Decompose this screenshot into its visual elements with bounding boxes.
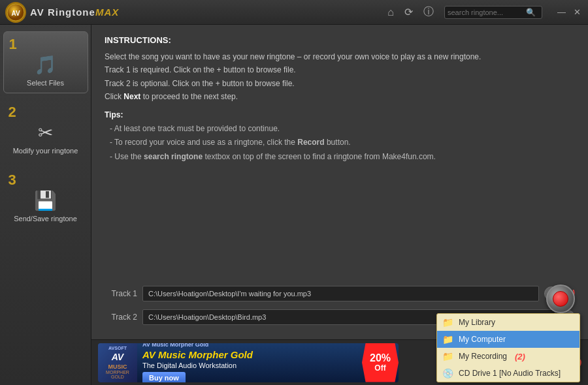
minimize-button[interactable]: — <box>555 7 568 17</box>
search-input[interactable] <box>448 8 526 16</box>
tips-title: Tips: <box>105 110 575 119</box>
track1-row: Track 1 + (1) <box>105 286 575 301</box>
tips-list: - At least one track must be provided to… <box>105 122 575 164</box>
next-bold: Next <box>123 92 140 101</box>
tip1: - At least one track must be provided to… <box>110 122 575 136</box>
track2-label: Track 2 <box>105 313 137 322</box>
instruction-line1: Select the song you want to have as your… <box>105 52 481 61</box>
step1-number: 1 <box>9 37 17 52</box>
ad-logo: AVSOFT AV MUSIC MORPHER GOLD <box>98 343 137 382</box>
dropdown-item-my-recording[interactable]: 📁 My Recording (2) <box>437 348 580 365</box>
app-logo: AV <box>5 2 26 23</box>
ad-logo-music: MUSIC <box>108 363 127 370</box>
titlebar-icons: ⌂ ⟳ ⓘ 🔍 <box>387 5 542 19</box>
window-controls: — ✕ <box>555 7 583 17</box>
ad-subtitle: The Digital Audio Workstation <box>142 362 357 369</box>
sidebar: 1 🎵 Select Files 2 ✂ Modify your rington… <box>0 25 91 385</box>
cd-icon: 💿 <box>442 368 453 378</box>
dropdown-label-my-computer: My Computer <box>459 335 506 344</box>
tip3: - Use the search ringtone textbox on top… <box>110 150 575 164</box>
ad-logo-av: AV <box>112 352 123 362</box>
instructions-panel: INSTRUCTIONS: Select the song you want t… <box>91 25 588 279</box>
dropdown-item-my-computer[interactable]: 📁 My Computer <box>437 331 580 348</box>
search-box[interactable]: 🔍 <box>444 6 542 19</box>
instruction-line2: Track 1 is required. Click on the + butt… <box>105 65 296 74</box>
badge2: (2) <box>515 352 525 362</box>
step2-label: Modify your ringtone <box>13 146 78 155</box>
ad-logo-gold: GOLD <box>111 375 124 379</box>
step1-icon: 🎵 <box>34 54 57 76</box>
ad-badge-percent: 20% <box>370 353 391 363</box>
tracks-section: 📁 My Library 📁 My Computer 📁 My Recordin… <box>91 279 588 339</box>
dropdown-label-my-library: My Library <box>459 318 495 327</box>
dropdown-item-my-library[interactable]: 📁 My Library <box>437 314 580 331</box>
step3-icon: 💾 <box>34 190 57 211</box>
content-area: INSTRUCTIONS: Select the song you want t… <box>91 25 588 385</box>
search-icon[interactable]: 🔍 <box>526 8 536 17</box>
svg-text:AV: AV <box>11 10 20 17</box>
home-icon[interactable]: ⌂ <box>387 7 394 18</box>
folder-icon-3: 📁 <box>442 351 453 362</box>
step1-label: Select Files <box>27 78 64 87</box>
track1-input[interactable] <box>142 286 539 301</box>
main-container: 1 🎵 Select Files 2 ✂ Modify your rington… <box>0 25 588 385</box>
sidebar-item-modify[interactable]: 2 ✂ Modify your ringtone <box>3 100 88 161</box>
sidebar-item-select-files[interactable]: 1 🎵 Select Files <box>3 31 88 93</box>
ad-banner[interactable]: AVSOFT AV MUSIC MORPHER GOLD AV Music Mo… <box>98 343 399 382</box>
record-btn-area <box>546 285 575 313</box>
instruction-line3: Track 2 is optional. Click on the + butt… <box>105 79 295 88</box>
titlebar: AV AV RingtoneMAX ⌂ ⟳ ⓘ 🔍 — ✕ <box>0 0 588 25</box>
step2-number: 2 <box>8 105 16 119</box>
info-icon[interactable]: ⓘ <box>423 5 434 19</box>
ad-buy-button[interactable]: Buy now <box>142 372 186 382</box>
dropdown-item-cd-drive[interactable]: 💿 CD Drive 1 [No Audio Tracks] <box>437 365 580 382</box>
ad-badge-off: Off <box>374 363 385 373</box>
tip2: - To record your voice and use as a ring… <box>110 136 575 150</box>
dropdown-label-my-recording: My Recording <box>459 352 507 361</box>
browse-dropdown[interactable]: 📁 My Library 📁 My Computer 📁 My Recordin… <box>436 313 580 382</box>
record-dot-icon <box>553 291 568 307</box>
ad-discount-badge: 20% Off <box>362 343 399 382</box>
step3-number: 3 <box>8 173 16 187</box>
folder-icon: 📁 <box>442 317 453 328</box>
ad-logo-morpher: MORPHER <box>106 370 129 375</box>
sidebar-item-send-save[interactable]: 3 💾 Send/Save ringtone <box>3 168 88 228</box>
track1-label: Track 1 <box>105 289 137 298</box>
search-ringtone-bold: search ringtone <box>144 152 203 161</box>
ad-center: AV Music Morpher Gold AV Music Morpher G… <box>137 343 362 382</box>
record-button[interactable] <box>546 285 575 313</box>
instructions-body: Select the song you want to have as your… <box>105 50 575 104</box>
logo-area: AV AV RingtoneMAX <box>5 2 119 23</box>
record-bold: Record <box>297 138 324 147</box>
step3-label: Send/Save ringtone <box>14 214 77 223</box>
dropdown-label-cd-drive: CD Drive 1 [No Audio Tracks] <box>459 369 561 378</box>
close-button[interactable]: ✕ <box>572 7 583 17</box>
instructions-title: INSTRUCTIONS: <box>105 35 575 45</box>
folder-icon-2: 📁 <box>442 334 453 345</box>
step2-icon: ✂ <box>38 122 53 144</box>
ad-main-title: AV Music Morpher Gold <box>142 349 357 360</box>
settings-icon[interactable]: ⟳ <box>404 6 413 18</box>
instruction-line4: Click Next to proceed to the next step. <box>105 92 238 101</box>
ad-top-label: AV Music Morpher Gold <box>142 343 357 348</box>
ad-logo-avsoft: AVSOFT <box>108 346 127 350</box>
app-title: AV RingtoneMAX <box>30 7 119 18</box>
